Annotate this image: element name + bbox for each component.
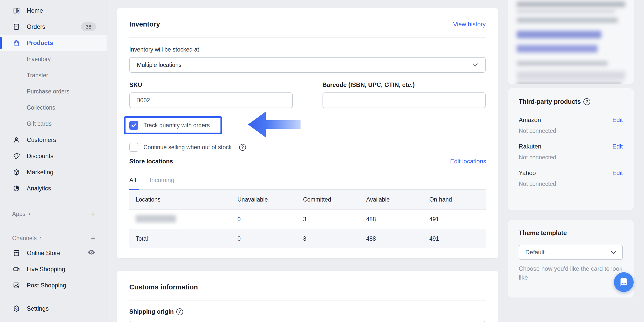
chevron-down-icon [611, 251, 616, 254]
col-header-on-hand: On-hand [429, 196, 486, 203]
customers-icon [12, 136, 21, 144]
sidebar-item-settings[interactable]: Settings [0, 301, 107, 317]
tab-all[interactable]: All [129, 175, 136, 189]
edit-amazon-link[interactable]: Edit [612, 116, 623, 123]
help-question-icon[interactable]: ? [176, 308, 183, 315]
chat-launcher-button[interactable] [614, 272, 634, 292]
sidebar-item-label: Products [27, 39, 53, 46]
annotation-arrow-left [248, 112, 301, 137]
track-quantity-highlight-box: Track quantity with orders [124, 116, 222, 134]
col-header-committed: Committed [303, 196, 366, 203]
sidebar-item-online-store[interactable]: Online Store [0, 245, 107, 261]
sku-label: SKU [129, 81, 293, 88]
table-total-row: Total 0 3 488 491 [129, 229, 486, 248]
col-header-unavailable: Unavailable [237, 196, 303, 203]
redacted-text [517, 82, 622, 84]
inventory-card: Inventory View history Inventory will be… [117, 8, 498, 258]
cell-unavailable: 0 [237, 216, 303, 223]
barcode-input[interactable] [323, 92, 486, 108]
section-label: Channels [12, 235, 37, 242]
cell-committed: 3 [303, 216, 366, 223]
redacted-link [517, 45, 598, 53]
redacted-link [517, 31, 601, 38]
redacted-text [517, 2, 625, 7]
inventory-card-title: Inventory [129, 20, 160, 28]
sidebar-item-label: Analytics [27, 185, 51, 192]
eye-icon[interactable] [87, 248, 95, 258]
sidebar-item-customers[interactable]: Customers [0, 132, 107, 148]
theme-template-help-text: Choose how you'd like the card to look l… [519, 264, 627, 282]
sku-input[interactable] [129, 92, 293, 108]
cell-available: 488 [366, 216, 429, 223]
products-bag-icon [12, 39, 21, 47]
cell-unavailable: 0 [237, 235, 303, 242]
help-question-icon[interactable]: ? [583, 98, 590, 105]
third-party-status: Not connected [519, 154, 623, 161]
sidebar-item-home[interactable]: Home [0, 3, 107, 19]
edit-rakuten-link[interactable]: Edit [612, 143, 623, 150]
cell-location: Total [129, 235, 237, 242]
track-quantity-label: Track quantity with orders [143, 122, 210, 129]
edit-yahoo-link[interactable]: Edit [612, 169, 623, 177]
sidebar-item-live-shopping[interactable]: Live Shopping [0, 261, 107, 277]
sidebar-item-label: Post Shopping [27, 282, 66, 289]
divider [129, 300, 486, 301]
locations-table: Locations Unavailable Committed Availabl… [129, 190, 486, 248]
sidebar-section-apps[interactable]: Apps › + [0, 207, 107, 221]
customs-card-title: Customs information [129, 283, 198, 291]
section-label: Apps [12, 211, 25, 217]
sidebar-item-purchase-orders[interactable]: Purchase orders [0, 83, 107, 100]
redacted-text [517, 18, 618, 23]
add-channel-button[interactable]: + [90, 234, 95, 242]
sidebar-item-label: Online Store [27, 250, 60, 257]
redacted-text [517, 71, 625, 80]
continue-selling-checkbox[interactable] [129, 143, 138, 152]
sidebar-item-products[interactable]: Products [0, 35, 107, 51]
tab-incoming[interactable]: Incoming [150, 175, 174, 189]
sidebar-item-analytics[interactable]: Analytics [0, 180, 107, 196]
third-party-name: Amazon [519, 116, 541, 123]
sidebar-item-discounts[interactable]: Discounts [0, 148, 107, 164]
orders-count-badge: 38 [81, 22, 96, 31]
stocked-at-select[interactable]: Multiple locations [129, 57, 486, 73]
sidebar-item-label: Discounts [27, 153, 53, 160]
col-header-available: Available [366, 196, 429, 203]
help-question-icon[interactable]: ? [239, 144, 246, 151]
shipping-origin-input[interactable] [129, 321, 486, 322]
edit-locations-link[interactable]: Edit locations [450, 158, 486, 165]
chevron-right-icon: › [28, 211, 30, 217]
track-quantity-checkbox[interactable] [129, 121, 138, 130]
discount-tag-icon [12, 152, 21, 160]
chevron-down-icon [473, 63, 478, 67]
add-app-button[interactable]: + [90, 210, 95, 218]
locations-tabs: All Incoming [129, 175, 486, 190]
sidebar-section-channels[interactable]: Channels › + [0, 231, 107, 245]
sidebar-item-marketing[interactable]: Marketing [0, 164, 107, 180]
sidebar-item-gift-cards[interactable]: Gift cards [0, 116, 107, 132]
sidebar-item-label: Orders [27, 23, 45, 30]
sidebar-item-inventory[interactable]: Inventory [0, 51, 107, 67]
sidebar-item-label: Inventory [27, 56, 51, 63]
sidebar-item-transfer[interactable]: Transfer [0, 67, 107, 83]
sidebar-item-collections[interactable]: Collections [0, 100, 107, 116]
view-history-link[interactable]: View history [453, 21, 486, 28]
image-icon [12, 281, 21, 290]
customs-card: Customs information Shipping origin ? [117, 271, 498, 322]
cell-on-hand: 491 [429, 216, 486, 223]
third-party-status: Not connected [519, 128, 623, 134]
sidebar-item-label: Transfer [27, 72, 48, 79]
chat-bubble-icon [619, 277, 629, 287]
sidebar-item-orders[interactable]: Orders 38 [0, 19, 107, 35]
theme-template-select[interactable]: Default [519, 245, 623, 260]
marketing-cube-icon [12, 168, 21, 177]
barcode-label: Barcode (ISBN, UPC, GTIN, etc.) [323, 81, 486, 88]
orders-icon [12, 22, 21, 31]
third-party-name: Yahoo [519, 169, 536, 177]
theme-template-value: Default [525, 249, 544, 256]
redacted-text [517, 61, 608, 66]
sidebar-item-label: Settings [27, 305, 49, 312]
shipping-origin-label: Shipping origin [129, 308, 174, 315]
stocked-at-label: Inventory will be stocked at [129, 46, 486, 53]
storefront-icon [12, 249, 21, 257]
sidebar-item-post-shopping[interactable]: Post Shopping [0, 277, 107, 293]
